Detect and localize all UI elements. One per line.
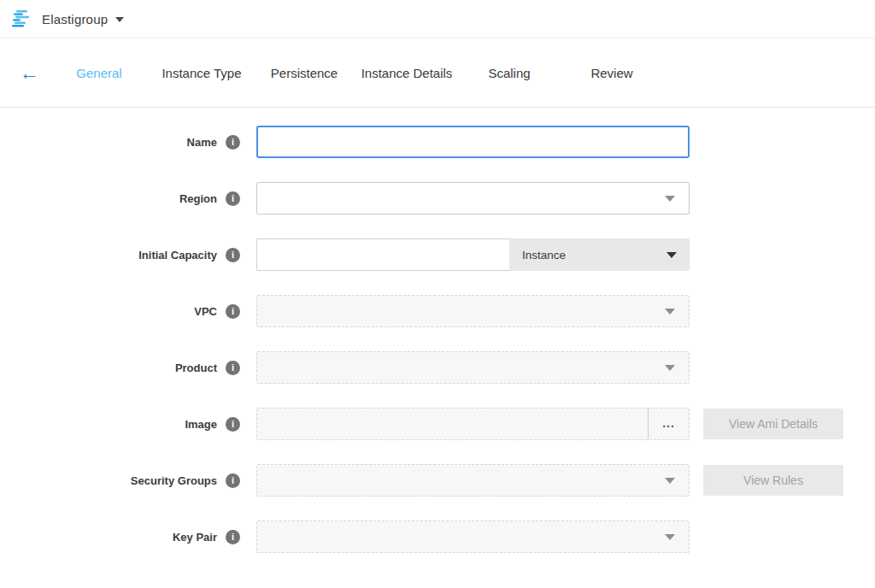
capacity-unit-value: Instance: [522, 249, 566, 262]
form-row-product: Product: [0, 351, 875, 384]
info-icon[interactable]: [226, 361, 240, 375]
vpc-label: VPC: [194, 305, 217, 318]
form-row-vpc: VPC: [0, 295, 875, 327]
elastigroup-logo: [12, 10, 32, 27]
product-select: [256, 351, 690, 384]
image-browse-button[interactable]: ...: [648, 409, 689, 439]
info-icon[interactable]: [226, 473, 240, 488]
info-icon[interactable]: [226, 530, 240, 544]
key-pair-select: [256, 520, 690, 553]
tab-review[interactable]: Review: [561, 66, 663, 80]
form-row-region: Region: [0, 182, 875, 215]
form-row-initial-capacity: Initial Capacity Instance: [0, 238, 875, 271]
key-pair-label: Key Pair: [173, 531, 217, 544]
tab-persistence[interactable]: Persistence: [253, 66, 355, 80]
image-label: Image: [185, 418, 217, 431]
ellipsis-icon: ...: [662, 421, 675, 426]
initial-capacity-label: Initial Capacity: [138, 249, 217, 262]
chevron-down-icon: [665, 365, 675, 371]
app-header: Elastigroup: [0, 0, 875, 38]
info-icon[interactable]: [226, 191, 240, 206]
chevron-down-icon: [667, 252, 677, 258]
region-label: Region: [179, 192, 217, 205]
info-icon[interactable]: [226, 248, 240, 262]
security-groups-label: Security Groups: [131, 474, 217, 487]
chevron-down-icon: [665, 196, 675, 202]
form-row-image: Image ... View Ami Details: [0, 408, 875, 440]
wizard-tabs: General Instance Type Persistence Instan…: [48, 66, 663, 80]
name-input[interactable]: [256, 126, 690, 158]
tab-instance-details[interactable]: Instance Details: [355, 66, 458, 80]
view-ami-details-button[interactable]: View Ami Details: [703, 409, 843, 439]
tab-scaling[interactable]: Scaling: [458, 66, 561, 80]
chevron-down-icon: [665, 309, 675, 315]
security-groups-select: [256, 464, 690, 497]
info-icon[interactable]: [226, 135, 240, 150]
vpc-select: [256, 295, 690, 327]
initial-capacity-input[interactable]: [256, 238, 509, 271]
tab-instance-type[interactable]: Instance Type: [150, 66, 253, 80]
view-rules-button[interactable]: View Rules: [703, 465, 843, 496]
app-title[interactable]: Elastigroup: [42, 12, 108, 26]
form-row-key-pair: Key Pair: [0, 520, 875, 553]
info-icon[interactable]: [226, 417, 240, 432]
tab-general[interactable]: General: [48, 66, 150, 80]
region-select[interactable]: [256, 182, 690, 215]
capacity-unit-select[interactable]: Instance: [509, 238, 690, 271]
chevron-down-icon: [665, 478, 675, 484]
info-icon[interactable]: [226, 304, 240, 319]
name-label: Name: [187, 136, 217, 149]
form-row-security-groups: Security Groups View Rules: [0, 464, 875, 497]
product-label: Product: [175, 362, 217, 374]
image-select: ...: [256, 408, 690, 440]
form-row-name: Name: [0, 126, 875, 158]
chevron-down-icon: [665, 534, 675, 540]
back-arrow-icon[interactable]: ←: [12, 63, 46, 83]
chevron-down-icon[interactable]: [115, 17, 124, 22]
general-form: Name Region Initial Capacity Ins: [0, 108, 875, 553]
wizard-tabbar: ← General Instance Type Persistence Inst…: [0, 38, 875, 108]
